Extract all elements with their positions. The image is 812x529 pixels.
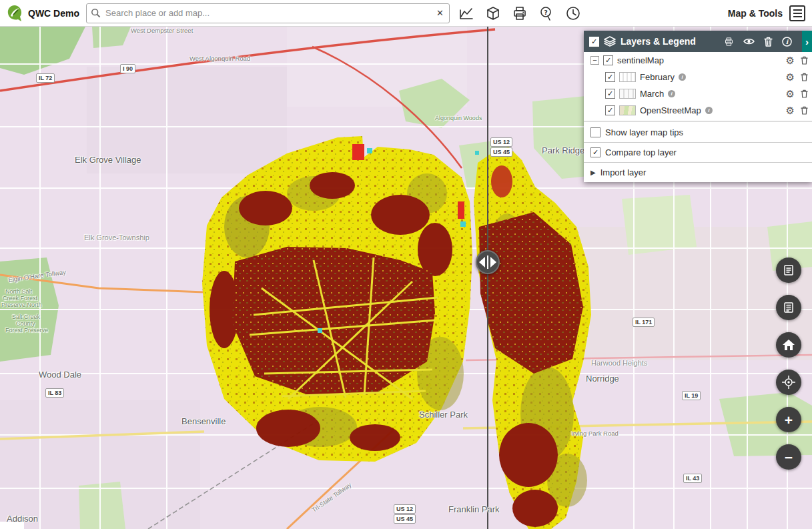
remove-layer-button[interactable] (801, 56, 808, 65)
app-logo: QWC Demo (0, 4, 86, 23)
layers-panel-header: ✓ Layers & Legend (584, 31, 812, 52)
printer-icon (724, 37, 734, 47)
layer-info-button[interactable]: i (782, 37, 792, 47)
collapse-panel-button[interactable]: › (802, 31, 812, 52)
minus-icon: − (785, 450, 793, 464)
note-icon (783, 264, 795, 276)
layers-icon (604, 36, 616, 47)
layers-master-checkbox[interactable]: ✓ (589, 37, 599, 47)
remove-layer-button[interactable] (801, 89, 808, 98)
time-manager-button[interactable] (564, 5, 582, 22)
layer-checkbox[interactable]: ✓ (605, 105, 615, 115)
option-label: Compare top layer (605, 147, 677, 157)
zoom-in-button[interactable]: + (776, 407, 801, 432)
layer-checkbox[interactable]: ✓ (605, 89, 615, 99)
layer-label: February (640, 72, 675, 82)
option-label: Show layer map tips (605, 127, 683, 137)
compare-arrows-icon (478, 254, 498, 270)
layer-label: sentinelMap (617, 55, 664, 65)
layer-settings-button[interactable]: ⚙ (786, 105, 795, 115)
plus-icon: + (785, 413, 793, 427)
qwc-app: Elk Grove Village Park Ridge Elk Grove-T… (0, 0, 812, 529)
top-bar: QWC Demo ✕ (0, 0, 812, 27)
list-icon (783, 302, 795, 314)
collapse-group-button[interactable]: − (590, 56, 599, 65)
identify-button[interactable]: ? (538, 5, 555, 22)
home-icon (782, 339, 795, 351)
app-title: QWC Demo (28, 8, 79, 19)
compare-top-layer-option[interactable]: ✓ Compare top layer (584, 142, 812, 162)
option-label: Import layer (600, 167, 647, 177)
toolbar: ? (458, 5, 582, 22)
qwc-logo-icon (5, 4, 24, 23)
layer-label: OpenStreetMap (640, 105, 701, 115)
layer-row-sentinelmap[interactable]: − ✓ sentinelMap ⚙ (584, 52, 812, 69)
print-button[interactable] (511, 5, 528, 22)
remove-layer-button[interactable] (801, 106, 808, 115)
import-layer-option[interactable]: ▶ Import layer (584, 162, 812, 182)
layer-thumbnail-openstreetmap (619, 105, 636, 115)
layer-row-march[interactable]: ✓ March i ⚙ (584, 85, 812, 102)
search-box: ✕ (86, 3, 450, 23)
show-map-tips-option[interactable]: Show layer map tips (584, 122, 812, 142)
layer-thumbnail-march (619, 89, 636, 99)
layers-panel: ✓ Layers & Legend (584, 31, 812, 182)
layer-label: March (640, 89, 664, 99)
layer-info-icon[interactable]: i (705, 107, 713, 114)
layer-settings-button[interactable]: ⚙ (786, 89, 795, 99)
locate-button[interactable] (776, 370, 801, 395)
layer-settings-button[interactable]: ⚙ (786, 72, 795, 82)
map-tips-checkbox[interactable] (590, 127, 600, 137)
height-profile-icon (458, 5, 474, 21)
layer-info-icon[interactable]: i (679, 73, 686, 81)
svg-text:i: i (786, 39, 789, 45)
layer-row-february[interactable]: ✓ February i ⚙ (584, 69, 812, 85)
info-icon: i (782, 37, 792, 47)
remove-layer-button[interactable] (801, 73, 808, 81)
locate-icon (782, 376, 795, 389)
compare-slider-handle[interactable] (476, 250, 500, 274)
clear-search-button[interactable]: ✕ (435, 8, 445, 18)
list-panel-button[interactable] (776, 295, 801, 320)
layer-row-openstreetmap[interactable]: ✓ OpenStreetMap i ⚙ (584, 102, 812, 119)
layer-thumbnail-february (619, 72, 636, 82)
search-input[interactable] (104, 7, 432, 19)
identify-icon: ? (538, 5, 554, 21)
toggle-visibility-button[interactable] (743, 37, 755, 45)
height-profile-button[interactable] (458, 5, 475, 22)
home-button[interactable] (776, 332, 801, 358)
raster-export-button[interactable] (484, 5, 502, 22)
zoom-out-button[interactable]: − (776, 444, 801, 470)
svg-text:?: ? (544, 9, 547, 15)
remove-all-layers-button[interactable] (764, 37, 773, 47)
eye-icon (743, 37, 755, 45)
cube-icon (485, 5, 501, 21)
menu-label[interactable]: Map & Tools (728, 8, 783, 19)
printer-icon (512, 5, 528, 21)
layer-checkbox[interactable]: ✓ (603, 55, 613, 65)
clock-icon (565, 5, 581, 21)
layer-settings-button[interactable]: ⚙ (786, 55, 795, 65)
map-controls: + − (776, 257, 801, 470)
chevron-right-icon: › (805, 36, 809, 47)
layer-info-icon[interactable]: i (668, 90, 675, 97)
expand-arrow-icon: ▶ (590, 169, 596, 176)
hamburger-icon (793, 9, 802, 11)
layer-checkbox[interactable]: ✓ (605, 72, 615, 82)
print-legend-button[interactable] (724, 37, 734, 47)
search-icon (91, 8, 101, 18)
trash-icon (764, 37, 773, 47)
note-panel-button[interactable] (776, 257, 801, 283)
compare-checkbox[interactable]: ✓ (590, 147, 600, 157)
menu-button[interactable] (789, 5, 805, 21)
layers-panel-title: Layers & Legend (621, 36, 696, 47)
